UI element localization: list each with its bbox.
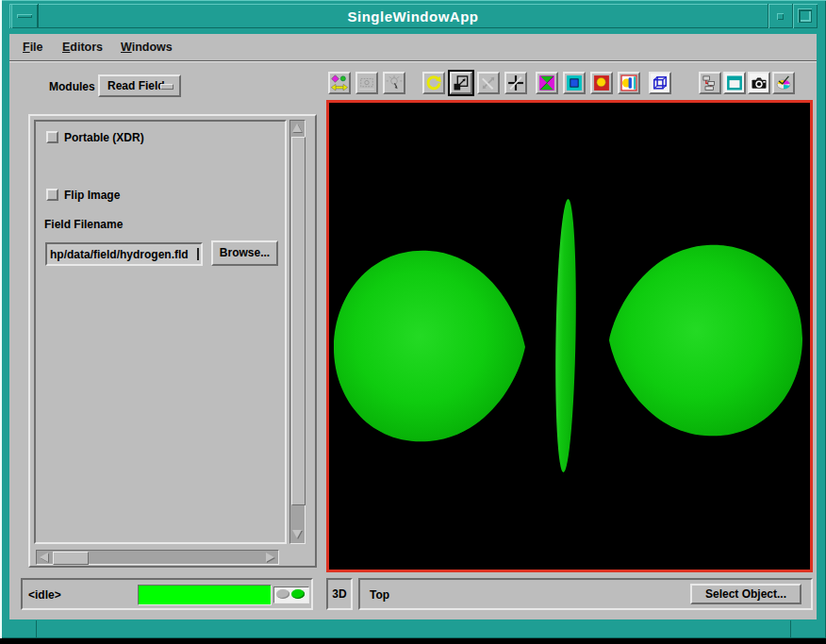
status-panel: <idle> — [21, 578, 313, 610]
field-filename-input[interactable]: hp/data/field/hydrogen.fld — [45, 242, 203, 266]
scale-button[interactable] — [450, 72, 472, 94]
menu-windows[interactable]: Windows — [117, 41, 176, 54]
wireframe-cube-button[interactable] — [649, 72, 671, 94]
camera-transform-icon — [357, 74, 376, 92]
camera-snapshot-icon — [750, 74, 768, 92]
scroll-up-arrow-icon — [292, 124, 302, 132]
yellow-circle-view-button[interactable] — [590, 72, 613, 94]
axis-translate-button[interactable] — [504, 72, 527, 94]
vertical-scroll-thumb[interactable] — [291, 137, 306, 505]
scroll-down-button[interactable] — [290, 527, 305, 541]
window-menu-button[interactable] — [11, 4, 39, 28]
wireframe-cube-icon — [651, 74, 669, 92]
portable-xdr-label: Portable (XDR) — [64, 131, 144, 144]
view-name-bar: Top Select Object... — [358, 578, 813, 610]
option-menu-indicator-icon — [160, 84, 173, 90]
scroll-down-arrow-icon — [292, 530, 302, 538]
vertical-scrollbar[interactable] — [289, 120, 306, 544]
bowtie-view-button[interactable] — [536, 72, 558, 94]
indicator-off-icon — [276, 589, 289, 599]
modules-option-menu[interactable]: Read Field — [98, 74, 181, 97]
orbital-left-lobe — [334, 251, 525, 442]
scroll-right-arrow-icon — [266, 553, 274, 562]
object-transform-button[interactable] — [328, 72, 351, 94]
window-title: SingleWindowApp — [9, 8, 817, 25]
rotate-icon — [424, 74, 443, 92]
application-window: SingleWindowApp File Editors Windows Mod… — [0, 0, 826, 644]
frame-resize-separator — [36, 620, 37, 637]
view-dimension-box: 3D — [326, 578, 353, 610]
menu-file-label: File — [23, 41, 43, 54]
horizontal-scrollbar[interactable] — [36, 550, 279, 565]
scroll-right-button[interactable] — [263, 551, 277, 564]
viewer-window-icon — [725, 74, 744, 92]
minimize-icon — [777, 13, 784, 20]
horizontal-scroll-thumb[interactable] — [53, 552, 89, 565]
orbital-right-lobe — [609, 245, 802, 437]
orbital-disc — [553, 199, 578, 472]
select-object-button[interactable]: Select Object... — [690, 584, 801, 604]
rotate-button[interactable] — [422, 72, 445, 94]
camera-transform-button[interactable] — [355, 72, 378, 94]
object-transform-icon — [330, 74, 349, 92]
yellow-circle-view-icon — [592, 74, 611, 92]
scroll-left-button[interactable] — [37, 551, 51, 564]
blue-square-view-button[interactable] — [563, 72, 586, 94]
menu-bar: File Editors Windows — [9, 34, 817, 61]
maximize-icon — [798, 8, 812, 23]
viewport-3d[interactable] — [326, 100, 813, 572]
menu-editors[interactable]: Editors — [58, 41, 107, 54]
flip-image-checkbox[interactable] — [46, 189, 58, 201]
view-name: Top — [370, 588, 389, 602]
split-view-icon — [620, 74, 638, 92]
color-palette-icon — [774, 74, 793, 92]
modules-label: Modules — [49, 80, 95, 93]
title-bar[interactable]: SingleWindowApp — [9, 4, 817, 28]
object-hierarchy-button[interactable] — [699, 72, 721, 94]
color-palette-button[interactable] — [772, 72, 795, 94]
browse-button[interactable]: Browse... — [211, 240, 278, 266]
field-filename-label: Field Filename — [44, 218, 123, 231]
flip-image-label: Flip Image — [64, 189, 120, 202]
bowtie-view-icon — [537, 74, 556, 92]
axis-translate-icon — [506, 74, 525, 92]
light-transform-icon — [385, 74, 404, 92]
status-state: <idle> — [28, 588, 61, 602]
text-caret — [197, 248, 199, 260]
light-transform-button[interactable] — [383, 72, 405, 94]
portable-xdr-checkbox[interactable] — [46, 131, 58, 143]
split-view-button[interactable] — [618, 72, 640, 94]
hydrogen-orbital-rendering — [329, 103, 810, 570]
translate-button[interactable] — [477, 72, 500, 94]
blue-square-view-icon — [565, 74, 584, 92]
window-menu-bar-glyph — [17, 14, 32, 18]
translate-icon — [479, 74, 498, 92]
run-indicator-toggle[interactable] — [273, 586, 309, 603]
object-hierarchy-icon — [701, 74, 719, 92]
field-filename-value: hp/data/field/hydrogen.fld — [50, 248, 189, 261]
maximize-button[interactable] — [792, 4, 818, 28]
progress-bar — [138, 585, 272, 605]
frame-resize-separator — [790, 620, 791, 637]
module-panel-scroll-area: Portable (XDR) Flip Image Field Filename… — [34, 120, 287, 544]
module-panel: Portable (XDR) Flip Image Field Filename… — [28, 114, 317, 568]
menu-windows-label: Windows — [121, 41, 173, 54]
scroll-up-button[interactable] — [290, 121, 305, 135]
indicator-on-icon — [291, 589, 305, 599]
frame-left-highlight — [0, 0, 2, 638]
camera-snapshot-button[interactable] — [748, 72, 770, 94]
scroll-left-arrow-icon — [40, 553, 48, 562]
minimize-button[interactable] — [768, 4, 793, 28]
menu-editors-label: Editors — [62, 41, 103, 54]
viewer-window-button[interactable] — [723, 72, 746, 94]
modules-selected-value: Read Field — [107, 79, 165, 92]
scale-icon — [452, 74, 471, 92]
menu-file[interactable]: File — [19, 41, 47, 54]
